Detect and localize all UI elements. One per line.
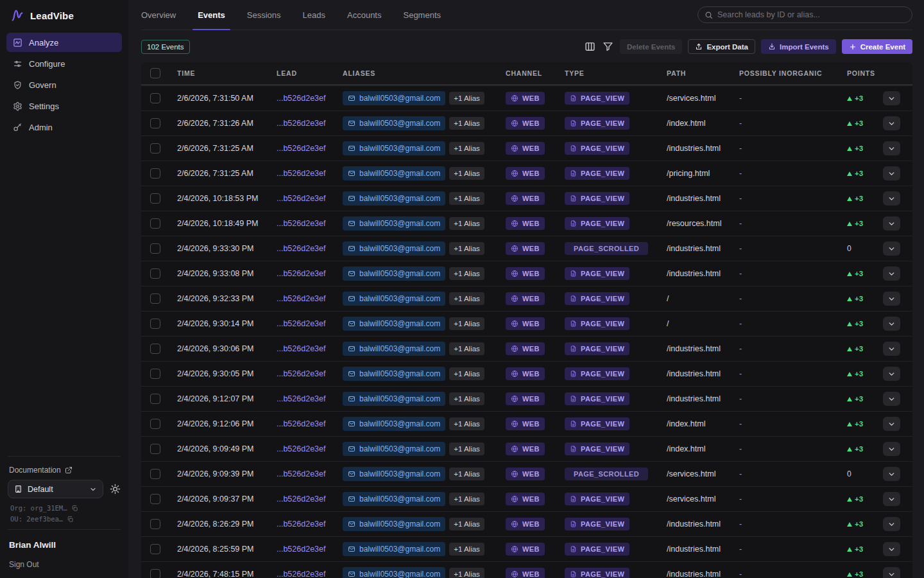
expand-row-button[interactable] [883,166,900,180]
alias-more-badge[interactable]: +1 Alias [449,392,484,405]
lead-id-link[interactable]: ...b526d2e3ef [277,520,325,529]
row-checkbox[interactable] [150,569,160,578]
expand-row-button[interactable] [883,467,900,481]
row-checkbox[interactable] [150,544,160,554]
row-checkbox[interactable] [150,494,160,504]
alias-more-badge[interactable]: +1 Alias [449,442,484,455]
sidebar-item-govern[interactable]: Govern [6,75,122,94]
row-checkbox[interactable] [150,344,160,354]
alias-more-badge[interactable]: +1 Alias [449,242,484,255]
lead-id-link[interactable]: ...b526d2e3ef [277,344,325,353]
alias-more-badge[interactable]: +1 Alias [449,367,484,380]
lead-id-link[interactable]: ...b526d2e3ef [277,219,325,228]
copy-icon[interactable] [67,516,74,523]
alias-more-badge[interactable]: +1 Alias [449,543,484,556]
alias-more-badge[interactable]: +1 Alias [449,192,484,205]
workspace-selector[interactable]: Default [8,480,103,498]
tab-segments[interactable]: Segments [403,0,441,30]
select-all-checkbox[interactable] [150,68,160,78]
search-input[interactable] [717,10,905,19]
row-checkbox[interactable] [150,118,160,128]
alias-more-badge[interactable]: +1 Alias [449,267,484,280]
expand-row-button[interactable] [883,442,900,456]
columns-icon[interactable] [584,40,596,53]
lead-id-link[interactable]: ...b526d2e3ef [277,269,325,278]
alias-more-badge[interactable]: +1 Alias [449,167,484,180]
alias-more-badge[interactable]: +1 Alias [449,217,484,230]
alias-more-badge[interactable]: +1 Alias [449,92,484,105]
alias-more-badge[interactable]: +1 Alias [449,493,484,505]
documentation-link[interactable]: Documentation [8,463,121,480]
tab-sessions[interactable]: Sessions [247,0,281,30]
row-checkbox[interactable] [150,93,160,103]
tab-overview[interactable]: Overview [141,0,176,30]
expand-row-button[interactable] [883,392,900,406]
row-checkbox[interactable] [150,444,160,454]
tab-leads[interactable]: Leads [303,0,325,30]
delete-events-button[interactable]: Delete Events [620,39,682,54]
expand-row-button[interactable] [883,141,900,155]
lead-id-link[interactable]: ...b526d2e3ef [277,319,325,328]
expand-row-button[interactable] [883,91,900,105]
expand-row-button[interactable] [883,417,900,431]
filter-icon[interactable] [602,40,614,53]
alias-more-badge[interactable]: +1 Alias [449,317,484,330]
row-checkbox[interactable] [150,293,160,304]
lead-id-link[interactable]: ...b526d2e3ef [277,294,325,303]
alias-more-badge[interactable]: +1 Alias [449,518,484,530]
lead-id-link[interactable]: ...b526d2e3ef [277,144,325,153]
row-checkbox[interactable] [150,419,160,429]
sidebar-item-admin[interactable]: Admin [6,118,122,137]
expand-row-button[interactable] [883,191,900,206]
sidebar-item-settings[interactable]: Settings [6,96,122,116]
expand-row-button[interactable] [883,216,900,231]
alias-more-badge[interactable]: +1 Alias [449,417,484,430]
tab-events[interactable]: Events [198,0,225,30]
sidebar-item-analyze[interactable]: Analyze [6,33,122,52]
create-event-button[interactable]: Create Event [842,39,912,54]
lead-id-link[interactable]: ...b526d2e3ef [277,545,325,554]
alias-more-badge[interactable]: +1 Alias [449,292,484,305]
expand-row-button[interactable] [883,317,900,331]
lead-id-link[interactable]: ...b526d2e3ef [277,495,325,504]
expand-row-button[interactable] [883,367,900,381]
sidebar-item-configure[interactable]: Configure [6,54,122,73]
lead-id-link[interactable]: ...b526d2e3ef [277,570,325,578]
lead-id-link[interactable]: ...b526d2e3ef [277,94,325,103]
alias-more-badge[interactable]: +1 Alias [449,568,484,578]
expand-row-button[interactable] [883,492,900,506]
expand-row-button[interactable] [883,542,900,556]
row-checkbox[interactable] [150,268,160,279]
row-checkbox[interactable] [150,394,160,404]
alias-more-badge[interactable]: +1 Alias [449,117,484,130]
theme-toggle-sun-icon[interactable] [110,484,121,495]
export-data-button[interactable]: Export Data [688,39,755,54]
row-checkbox[interactable] [150,243,160,254]
lead-id-link[interactable]: ...b526d2e3ef [277,444,325,453]
row-checkbox[interactable] [150,319,160,329]
expand-row-button[interactable] [883,241,900,256]
lead-id-link[interactable]: ...b526d2e3ef [277,369,325,378]
expand-row-button[interactable] [883,292,900,306]
lead-id-link[interactable]: ...b526d2e3ef [277,469,325,478]
expand-row-button[interactable] [883,342,900,356]
row-checkbox[interactable] [150,369,160,379]
row-checkbox[interactable] [150,519,160,529]
row-checkbox[interactable] [150,143,160,153]
lead-id-link[interactable]: ...b526d2e3ef [277,194,325,203]
lead-id-link[interactable]: ...b526d2e3ef [277,394,325,403]
search-bar[interactable] [697,6,912,23]
lead-id-link[interactable]: ...b526d2e3ef [277,119,325,128]
lead-id-link[interactable]: ...b526d2e3ef [277,419,325,428]
expand-row-button[interactable] [883,567,900,578]
row-checkbox[interactable] [150,469,160,479]
expand-row-button[interactable] [883,517,900,531]
lead-id-link[interactable]: ...b526d2e3ef [277,169,325,178]
row-checkbox[interactable] [150,218,160,229]
alias-more-badge[interactable]: +1 Alias [449,342,484,355]
alias-more-badge[interactable]: +1 Alias [449,468,484,480]
tab-accounts[interactable]: Accounts [347,0,381,30]
expand-row-button[interactable] [883,116,900,130]
alias-more-badge[interactable]: +1 Alias [449,142,484,155]
sign-out-link[interactable]: Sign Out [8,550,121,569]
